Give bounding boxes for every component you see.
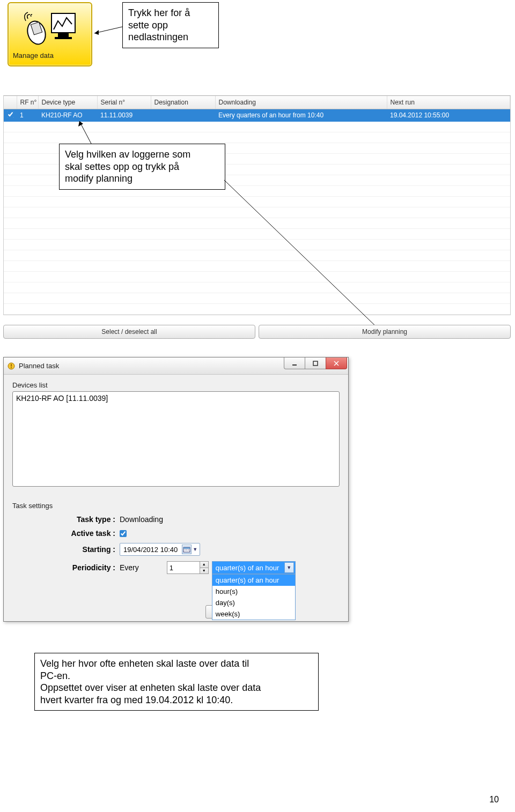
- table-row[interactable]: [4, 196, 510, 207]
- svg-rect-12: [11, 364, 12, 367]
- col-nextrun[interactable]: Next run: [387, 96, 510, 109]
- cell-serial: 11.11.0039: [97, 109, 151, 121]
- combo-option[interactable]: day(s): [212, 597, 295, 608]
- page-number: 10: [489, 795, 499, 804]
- svg-line-5: [94, 27, 122, 33]
- cell-downloading: Every quarters of an hour from 10:40: [215, 109, 387, 121]
- periodicity-label: Periodicity :: [12, 563, 120, 572]
- col-serial[interactable]: Serial n°: [97, 96, 151, 109]
- table-row[interactable]: [4, 303, 510, 314]
- table-row[interactable]: [4, 282, 510, 293]
- combo-option[interactable]: hour(s): [212, 586, 295, 597]
- close-button[interactable]: [326, 357, 347, 369]
- svg-rect-15: [313, 361, 318, 366]
- col-rf[interactable]: RF n°: [17, 96, 38, 109]
- svg-rect-19: [183, 547, 190, 549]
- minimize-button[interactable]: [284, 357, 305, 369]
- dialog-title: Planned task: [19, 362, 59, 370]
- dialog-icon: [7, 362, 16, 370]
- svg-rect-2: [55, 37, 72, 39]
- table-row[interactable]: [4, 250, 510, 260]
- table-row[interactable]: [4, 239, 510, 250]
- starting-datetime-field[interactable]: 19/04/2012 10:40 ▼: [120, 543, 200, 556]
- cell-rf: 1: [17, 109, 38, 121]
- col-device-type[interactable]: Device type: [38, 96, 97, 109]
- combo-option[interactable]: week(s): [212, 608, 295, 620]
- devices-listbox[interactable]: KH210-RF AO [11.11.0039]: [12, 391, 340, 487]
- task-type-value: Downloading: [120, 515, 163, 524]
- table-row[interactable]: [4, 218, 510, 228]
- devices-list-label: Devices list: [12, 381, 340, 389]
- cell-designation: [151, 109, 215, 121]
- periodicity-every-text: Every: [120, 563, 139, 572]
- planned-task-dialog: Planned task Devices list KH210-RF AO [1…: [3, 357, 349, 622]
- manage-data-button[interactable]: Manage data: [8, 2, 92, 66]
- starting-label: Starting :: [12, 545, 120, 554]
- select-deselect-all-button[interactable]: Select / deselect all: [3, 325, 255, 339]
- spin-up-icon[interactable]: ▲: [200, 562, 208, 568]
- active-task-checkbox[interactable]: [120, 530, 127, 537]
- dialog-titlebar[interactable]: Planned task: [4, 357, 348, 375]
- periodicity-count-input[interactable]: [167, 562, 200, 573]
- combo-option[interactable]: quarter(s) of an hour: [212, 575, 295, 586]
- active-task-label: Active task :: [12, 529, 120, 538]
- table-row[interactable]: [4, 121, 510, 132]
- manage-data-icon: [9, 6, 91, 49]
- cell-device: KH210-RF AO: [38, 109, 97, 121]
- svg-marker-6: [94, 30, 99, 35]
- table-row[interactable]: [4, 207, 510, 218]
- table-row[interactable]: [4, 293, 510, 303]
- starting-value: 19/04/2012 10:40: [123, 546, 178, 554]
- cell-nextrun: 19.04.2012 10:55:00: [387, 109, 510, 121]
- svg-rect-13: [11, 367, 12, 368]
- combo-dropdown-icon[interactable]: ▼: [284, 562, 294, 573]
- svg-rect-14: [292, 364, 297, 366]
- callout-2: Velg hvilken av loggerne som skal settes…: [59, 144, 225, 190]
- periodicity-unit-combo[interactable]: quarter(s) of an hour ▼ quarter(s) of an…: [212, 561, 296, 574]
- col-designation[interactable]: Designation: [151, 96, 215, 109]
- table-row[interactable]: [4, 271, 510, 282]
- table-row[interactable]: [4, 132, 510, 143]
- chevron-down-icon[interactable]: ▼: [193, 547, 197, 552]
- svg-rect-1: [58, 33, 69, 37]
- device-table: RF n° Device type Serial n° Designation …: [3, 95, 511, 315]
- table-row[interactable]: [4, 260, 510, 271]
- modify-planning-button[interactable]: Modify planning: [259, 325, 511, 339]
- table-row[interactable]: [4, 228, 510, 239]
- periodicity-count-spinner[interactable]: ▲ ▼: [167, 561, 209, 574]
- callout-1: Trykk her for å sette opp nedlastningen: [122, 2, 219, 48]
- callout-3: Velg her hvor ofte enheten skal laste ov…: [34, 653, 319, 711]
- periodicity-unit-selected: quarter(s) of an hour: [216, 564, 279, 572]
- col-check[interactable]: [4, 96, 17, 109]
- row-checkbox[interactable]: [7, 111, 14, 118]
- task-type-label: Task type :: [12, 515, 120, 524]
- device-list-item[interactable]: KH210-RF AO [11.11.0039]: [16, 394, 336, 403]
- manage-data-label: Manage data: [9, 49, 91, 62]
- table-header-row: RF n° Device type Serial n° Designation …: [4, 96, 510, 109]
- calendar-dropdown-icon[interactable]: [182, 545, 192, 554]
- col-downloading[interactable]: Downloading: [215, 96, 387, 109]
- periodicity-unit-dropdown: quarter(s) of an hour hour(s) day(s) wee…: [212, 574, 296, 620]
- task-settings-label: Task settings: [12, 502, 340, 510]
- table-row[interactable]: 1 KH210-RF AO 11.11.0039 Every quarters …: [4, 109, 510, 121]
- spin-down-icon[interactable]: ▼: [200, 568, 208, 573]
- maximize-button[interactable]: [305, 357, 326, 369]
